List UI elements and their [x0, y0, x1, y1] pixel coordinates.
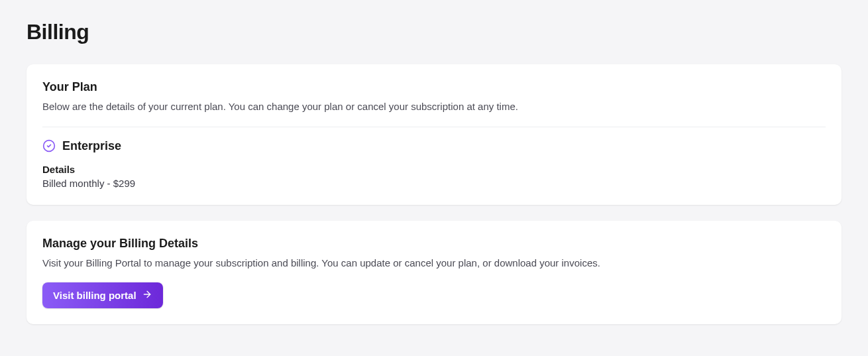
divider	[42, 127, 826, 127]
page-title: Billing	[27, 20, 841, 44]
your-plan-card: Your Plan Below are the details of your …	[27, 64, 841, 205]
your-plan-title: Your Plan	[42, 80, 826, 94]
manage-billing-description: Visit your Billing Portal to manage your…	[42, 256, 826, 271]
visit-billing-portal-button[interactable]: Visit billing portal	[42, 282, 163, 308]
your-plan-description: Below are the details of your current pl…	[42, 99, 826, 115]
plan-details-label: Details	[42, 164, 826, 175]
manage-billing-card: Manage your Billing Details Visit your B…	[27, 221, 841, 325]
plan-details-value: Billed monthly - $299	[42, 178, 826, 189]
manage-billing-title: Manage your Billing Details	[42, 237, 826, 251]
plan-name: Enterprise	[62, 139, 121, 153]
plan-header: Enterprise	[42, 139, 826, 153]
checkmark-circle-icon	[42, 139, 56, 152]
visit-billing-portal-label: Visit billing portal	[53, 290, 136, 301]
arrow-right-icon	[142, 289, 152, 302]
